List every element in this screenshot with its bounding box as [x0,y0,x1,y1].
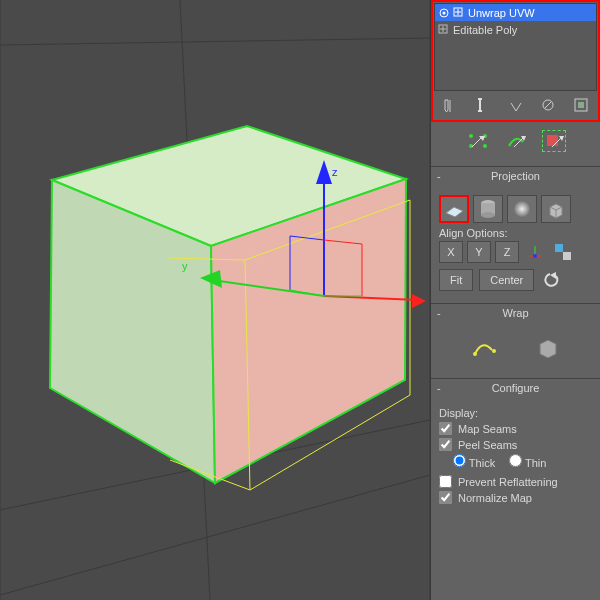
viewport-scene: z y [0,0,430,600]
selection-modes [431,122,600,160]
thin-radio[interactable]: Thin [509,454,546,469]
pin-stack-icon[interactable] [440,95,460,115]
svg-marker-15 [412,294,426,308]
align-y-button[interactable]: Y [467,241,491,263]
stack-item-unwrap-uvw[interactable]: Unwrap UVW [435,4,596,21]
remove-modifier-icon[interactable] [538,95,558,115]
stack-item-label: Unwrap UVW [468,7,535,19]
visibility-icon [438,7,450,19]
modifier-stack[interactable]: Unwrap UVW Editable Poly [434,3,597,91]
wrap-header[interactable]: -Wrap [431,304,600,322]
normalize-map-check[interactable]: Normalize Map [439,491,592,504]
viewport[interactable]: z y [0,0,430,600]
stack-toolbar [434,91,597,119]
display-label: Display: [439,407,592,419]
svg-rect-28 [578,102,584,108]
svg-point-17 [443,11,446,14]
center-button[interactable]: Center [479,269,534,291]
prevent-reflattening-check[interactable]: Prevent Reflattening [439,475,592,488]
svg-point-53 [492,349,496,353]
svg-text:z: z [332,166,338,178]
spherical-map-button[interactable] [507,195,537,223]
modifier-stack-container: Unwrap UVW Editable Poly [431,0,600,122]
svg-line-0 [0,38,430,45]
unfold-wrap-icon[interactable] [536,336,560,358]
svg-line-2 [0,475,430,595]
rollout-title: Wrap [502,307,528,319]
expand-icon[interactable] [453,7,465,19]
svg-rect-50 [563,252,571,260]
wrap-rollout: -Wrap [431,303,600,372]
svg-point-52 [473,352,477,356]
align-z-button[interactable]: Z [495,241,519,263]
configure-sets-icon[interactable] [571,95,591,115]
svg-marker-37 [446,207,463,217]
svg-marker-51 [550,272,556,279]
command-panel: Unwrap UVW Editable Poly -Projection [430,0,600,600]
svg-point-41 [514,201,530,217]
planar-map-button[interactable] [439,195,469,223]
align-normal-icon[interactable] [523,241,547,263]
peel-seams-check[interactable]: Peel Seams [439,438,592,451]
map-seams-check[interactable]: Map Seams [439,422,592,435]
align-x-button[interactable]: X [439,241,463,263]
poly-mode-icon[interactable] [542,130,566,152]
vertex-mode-icon[interactable] [466,130,490,152]
rollout-title: Projection [491,170,540,182]
stack-item-editable-poly[interactable]: Editable Poly [435,21,596,38]
expand-icon[interactable] [438,24,450,36]
reset-icon[interactable] [540,269,564,291]
configure-rollout: -Configure Display: Map Seams Peel Seams… [431,378,600,513]
thick-radio[interactable]: Thick [453,454,495,469]
svg-text:y: y [182,260,188,272]
show-end-result-icon[interactable] [473,95,493,115]
rollout-title: Configure [492,382,540,394]
svg-point-29 [469,134,473,138]
make-unique-icon[interactable] [506,95,526,115]
svg-marker-54 [540,340,556,358]
cylindrical-map-button[interactable] [473,195,503,223]
box-map-button[interactable] [541,195,571,223]
spline-wrap-icon[interactable] [472,336,496,358]
align-view-icon[interactable] [551,241,575,263]
projection-rollout: -Projection Align Options: X Y Z Fit Cen… [431,166,600,297]
configure-header[interactable]: -Configure [431,379,600,397]
align-options-label: Align Options: [439,227,592,239]
stack-item-label: Editable Poly [453,24,517,36]
projection-header[interactable]: -Projection [431,167,600,185]
svg-marker-36 [559,136,564,141]
svg-rect-49 [555,244,563,252]
edge-mode-icon[interactable] [504,130,528,152]
svg-point-40 [481,212,495,218]
svg-point-32 [483,144,487,148]
svg-line-26 [545,102,551,108]
fit-button[interactable]: Fit [439,269,473,291]
svg-rect-35 [547,135,558,146]
svg-point-48 [533,254,537,258]
